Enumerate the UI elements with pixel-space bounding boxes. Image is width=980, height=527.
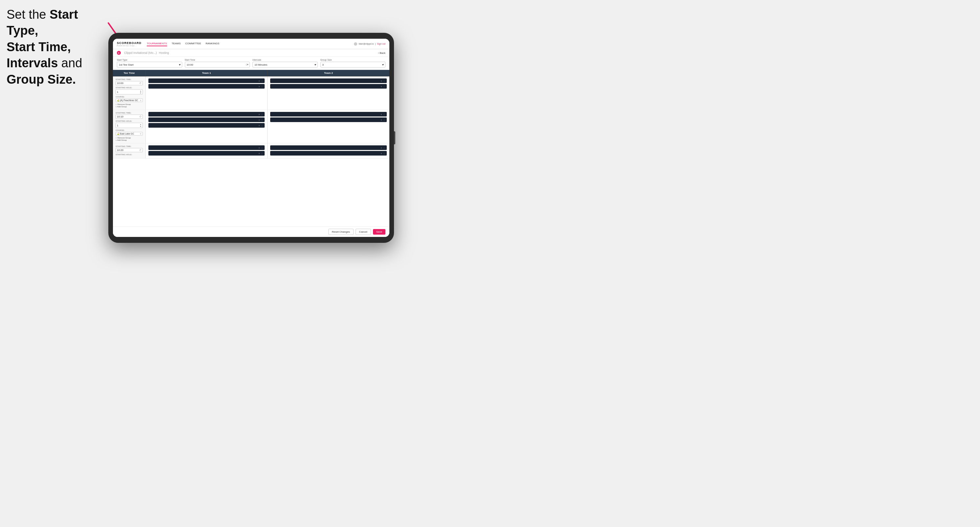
course-selector-1[interactable]: ⛳ (A) Peachtree GC ✕	[116, 98, 143, 102]
nav-tab-teams[interactable]: TEAMS	[172, 41, 181, 46]
player-row: ✕ ⋮	[148, 117, 265, 122]
player-remove[interactable]: ✕	[380, 85, 382, 87]
player-menu[interactable]: ⋮	[261, 147, 263, 149]
tee-actions-2: ○ Remove Group + Add Group	[116, 137, 143, 141]
intervals-select[interactable]: 10 Minutes ▾	[253, 62, 318, 68]
nav-tab-rankings[interactable]: RANKINGS	[205, 41, 219, 46]
player-remove[interactable]: ✕	[380, 80, 382, 82]
start-type-select[interactable]: 1st Tee Start ▾	[117, 62, 182, 68]
starting-hole-input-1[interactable]: 1 ▲▼	[116, 89, 143, 95]
player-menu[interactable]: ⋮	[261, 152, 263, 154]
player-menu[interactable]: ⋮	[261, 80, 263, 82]
player-row: ✕ ⋮	[270, 112, 387, 116]
team2-cell-1: ✕ ⋮ ✕ ⋮	[267, 76, 389, 110]
tablet-device: SCOREBOARD Powered by clipp... TOURNAMEN…	[108, 33, 394, 243]
add-group-1[interactable]: + Add Group	[116, 106, 143, 108]
player-remove[interactable]: ✕	[380, 119, 382, 121]
nav-tab-tournaments[interactable]: TOURNAMENTS	[147, 41, 167, 46]
start-time-select[interactable]: 10:00 ⏱	[185, 62, 250, 68]
player-remove[interactable]: ✕	[258, 152, 260, 154]
cancel-button[interactable]: Cancel	[356, 229, 371, 235]
player-remove[interactable]: ✕	[258, 147, 260, 149]
hosting-label: Hosting	[159, 51, 169, 54]
player-menu[interactable]: ⋮	[261, 124, 263, 127]
player-menu[interactable]: ⋮	[261, 85, 263, 87]
player-menu[interactable]: ⋮	[261, 119, 263, 121]
tablet-screen: SCOREBOARD Powered by clipp... TOURNAMEN…	[113, 39, 389, 237]
player-remove[interactable]: ✕	[380, 147, 382, 149]
tee-time-cell-1: STARTING TIME: 10:00 ⏱ STARTING HOLE: 1 …	[113, 76, 146, 110]
tournament-title: Clippd Invitational (Mo...) Hosting	[123, 51, 378, 54]
player-row: ✕ ⋮	[270, 84, 387, 89]
player-row: ✕ ⋮	[148, 78, 265, 83]
player-menu[interactable]: ⋮	[261, 113, 263, 116]
save-button[interactable]: Save	[373, 229, 385, 235]
team2-cell-3: ✕ ⋮ ✕ ⋮	[267, 143, 389, 158]
starting-hole-label-3: STARTING HOLE:	[116, 154, 143, 156]
nav-tabs: TOURNAMENTS TEAMS COMMITTEE RANKINGS	[147, 41, 354, 46]
start-time-group: Start Time 10:00 ⏱	[185, 59, 250, 68]
tee-time-cell-3: STARTING TIME: 10:20 ⏱ STARTING HOLE:	[113, 143, 146, 158]
player-remove[interactable]: ✕	[380, 152, 382, 154]
intervals-group: Intervals 10 Minutes ▾	[253, 59, 318, 68]
remove-group-2[interactable]: ○ Remove Group	[116, 137, 143, 139]
instruction-text: Set the Start Type,Start Time,Intervals …	[6, 6, 105, 87]
sub-header: C Clippd Invitational (Mo...) Hosting ‹ …	[113, 49, 389, 57]
player-remove[interactable]: ✕	[380, 113, 382, 116]
back-button[interactable]: ‹ Back	[378, 51, 385, 54]
player-menu[interactable]: ⋮	[383, 113, 385, 116]
course-name-2: East Lake GC	[120, 133, 134, 135]
player-row: ✕ ⋮	[270, 78, 387, 83]
nav-tab-committee[interactable]: COMMITTEE	[185, 41, 201, 46]
starting-time-input-2[interactable]: 10:10 ⏱	[116, 114, 143, 119]
course-icon-1: ⛳	[117, 99, 119, 102]
course-selector-2[interactable]: ⛳ East Lake GC ✕	[116, 132, 143, 135]
reset-button[interactable]: Reset Changes	[328, 229, 353, 235]
team1-cell-3: ✕ ⋮ ✕ ⋮	[146, 143, 267, 158]
player-row: ✕ ⋮	[148, 123, 265, 128]
player-remove[interactable]: ✕	[258, 119, 260, 121]
starting-hole-input-2[interactable]: 1 ▲▼	[116, 123, 143, 128]
starting-time-input-1[interactable]: 10:00 ⏱	[116, 81, 143, 85]
course-remove-2[interactable]: ✕	[140, 133, 142, 135]
tee-actions-1: ○ Remove Group + Add Group	[116, 103, 143, 108]
player-remove[interactable]: ✕	[258, 80, 260, 82]
player-row: ✕ ⋮	[270, 151, 387, 156]
team2-cell-2: ✕ ⋮ ✕ ⋮	[267, 110, 389, 143]
group-size-group: Group Size 3 ▾	[320, 59, 386, 68]
instruction-panel: Set the Start Type,Start Time,Intervals …	[6, 6, 105, 87]
player-menu[interactable]: ⋮	[383, 85, 385, 87]
starting-time-input-3[interactable]: 10:20 ⏱	[116, 148, 143, 152]
course-label-1: COURSE:	[116, 96, 143, 98]
course-icon-2: ⛳	[117, 133, 119, 135]
starting-hole-label-2: STARTING HOLE:	[116, 120, 143, 122]
starting-time-label-3: STARTING TIME:	[116, 145, 143, 147]
schedule-group-2: STARTING TIME: 10:10 ⏱ STARTING HOLE: 1 …	[113, 110, 389, 143]
start-type-label: Start Type	[117, 59, 182, 61]
player-row: ✕ ⋮	[270, 117, 387, 122]
tee-time-cell-2: STARTING TIME: 10:10 ⏱ STARTING HOLE: 1 …	[113, 110, 146, 143]
player-menu[interactable]: ⋮	[383, 152, 385, 154]
player-remove[interactable]: ✕	[258, 124, 260, 127]
add-group-2[interactable]: + Add Group	[116, 139, 143, 141]
sign-out-link[interactable]: Sign out	[377, 42, 385, 44]
player-menu[interactable]: ⋮	[383, 147, 385, 149]
schedule-group-3: STARTING TIME: 10:20 ⏱ STARTING HOLE: ✕ …	[113, 143, 389, 159]
player-remove[interactable]: ✕	[258, 85, 260, 87]
footer-actions: Reset Changes Cancel Save	[113, 226, 389, 237]
user-email: blair@clippd.io	[359, 42, 374, 44]
player-remove[interactable]: ✕	[258, 113, 260, 116]
player-menu[interactable]: ⋮	[383, 80, 385, 82]
player-row: ✕ ⋮	[148, 84, 265, 89]
course-name-1: (A) Peachtree GC	[120, 99, 138, 102]
start-time-label: Start Time	[185, 59, 250, 61]
group-size-select[interactable]: 3 ▾	[320, 62, 386, 68]
settings-bar: Start Type 1st Tee Start ▾ Start Time 10…	[113, 57, 389, 70]
nav-user-info: blair@clippd.io | Sign out	[354, 42, 385, 46]
column-headers: Tee Time Team 1 Team 2	[113, 70, 389, 76]
player-menu[interactable]: ⋮	[383, 119, 385, 121]
intervals-label: Intervals	[253, 59, 318, 61]
player-row: ✕ ⋮	[270, 145, 387, 150]
course-remove-1[interactable]: ✕	[140, 99, 142, 102]
remove-group-1[interactable]: ○ Remove Group	[116, 103, 143, 105]
